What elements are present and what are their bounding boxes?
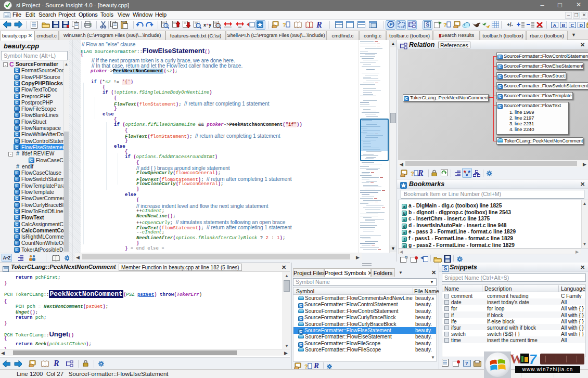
svg-text:y: y	[209, 22, 211, 28]
svg-text:?: ?	[411, 171, 414, 177]
svg-text:D: D	[580, 23, 583, 28]
svg-text:R: R	[316, 21, 322, 29]
svg-text:P: P	[390, 22, 393, 27]
svg-text:C: C	[571, 23, 574, 28]
svg-text:A: A	[553, 23, 557, 28]
svg-text:S: S	[426, 22, 430, 28]
svg-text:S: S	[444, 266, 448, 271]
svg-text:R: R	[54, 359, 59, 367]
svg-text:R: R	[418, 169, 424, 177]
svg-text:?: ?	[465, 361, 468, 366]
svg-text:R: R	[314, 362, 319, 369]
svg-text:?: ?	[283, 22, 286, 28]
svg-text:+/-: +/-	[507, 22, 513, 28]
svg-text:?: ?	[443, 22, 447, 28]
svg-text:B: B	[562, 23, 566, 28]
